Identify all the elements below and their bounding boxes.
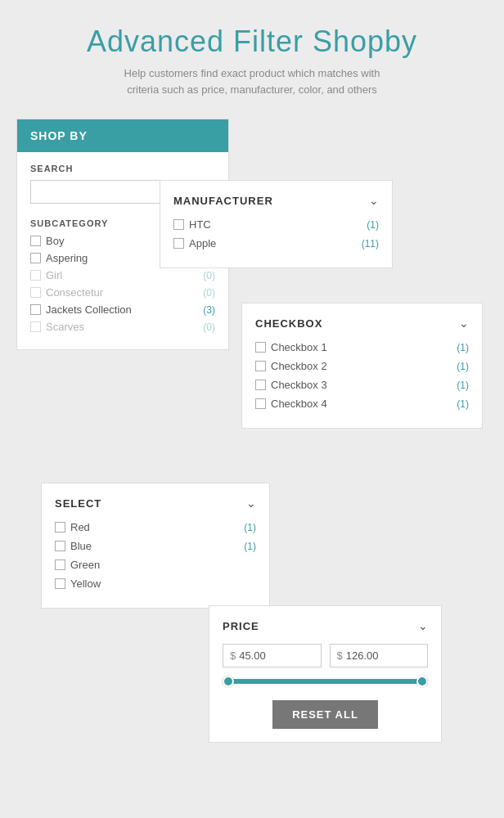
checkbox-blue[interactable] bbox=[55, 541, 65, 551]
shopby-label: SHOP BY bbox=[30, 129, 88, 142]
subcategory-jackets-count: (3) bbox=[203, 304, 215, 316]
list-item: Green bbox=[55, 559, 256, 571]
range-handle-right[interactable] bbox=[416, 676, 428, 687]
checkbox-filter-title: CHECKBOX bbox=[255, 317, 322, 330]
subcategory-girl-count: (0) bbox=[203, 270, 215, 281]
color-blue-label: Blue bbox=[70, 540, 92, 552]
list-item: HTC (1) bbox=[173, 218, 379, 231]
checkbox-aspering[interactable] bbox=[30, 253, 41, 263]
manufacturer-apple-label: Apple bbox=[189, 237, 216, 249]
price-range-slider[interactable] bbox=[223, 679, 428, 684]
color-green-label: Green bbox=[70, 559, 100, 571]
price-filter-header: PRICE ⌄ bbox=[223, 619, 428, 632]
checkbox-filter-card: CHECKBOX ⌄ Checkbox 1 (1) Checkbox 2 (1)… bbox=[241, 303, 483, 429]
header-subtitle: Help customers find exact product which … bbox=[16, 65, 488, 97]
manufacturer-title: MANUFACTURER bbox=[173, 195, 273, 207]
cb2-count: (1) bbox=[457, 361, 469, 372]
price-filter-card: PRICE ⌄ $ $ RESET ALL bbox=[209, 605, 442, 743]
list-item: Checkbox 1 (1) bbox=[255, 341, 469, 353]
page-container: Advanced Filter Shopby Help customers fi… bbox=[0, 0, 504, 818]
range-track bbox=[223, 679, 428, 684]
cb1-count: (1) bbox=[457, 342, 469, 353]
list-item: Checkbox 2 (1) bbox=[255, 360, 469, 372]
subcategory-consectetur-label: Consectetur bbox=[46, 286, 103, 299]
price-min-currency: $ bbox=[230, 649, 236, 662]
list-item: Blue (1) bbox=[55, 540, 256, 552]
manufacturer-apple-count: (11) bbox=[362, 238, 379, 249]
chevron-down-icon: ⌄ bbox=[459, 317, 469, 330]
subcategory-scarves-count: (0) bbox=[203, 321, 215, 333]
subcategory-consectetur-count: (0) bbox=[203, 287, 215, 299]
manufacturer-htc-label: HTC bbox=[189, 218, 211, 231]
color-red-label: Red bbox=[70, 521, 90, 533]
subcategory-scarves-label: Scarves bbox=[46, 321, 84, 333]
list-item: Checkbox 3 (1) bbox=[255, 379, 469, 391]
manufacturer-htc-count: (1) bbox=[367, 219, 379, 231]
checkbox-scarves[interactable] bbox=[30, 321, 41, 332]
checkbox-consectetur[interactable] bbox=[30, 287, 41, 298]
cb4-count: (1) bbox=[457, 398, 469, 410]
shopby-header: SHOP BY bbox=[17, 119, 228, 152]
checkbox-boy[interactable] bbox=[30, 236, 41, 246]
checkbox-cb1[interactable] bbox=[255, 342, 266, 353]
list-item: Apple (11) bbox=[173, 237, 379, 249]
color-red-count: (1) bbox=[244, 522, 256, 533]
range-handle-left[interactable] bbox=[223, 676, 234, 687]
checkbox-red[interactable] bbox=[55, 522, 65, 533]
search-label: SEARCH bbox=[30, 164, 215, 173]
checkbox-girl[interactable] bbox=[30, 270, 41, 281]
manufacturer-card: MANUFACTURER ⌄ HTC (1) Apple (11) bbox=[160, 180, 393, 268]
cb4-label: Checkbox 4 bbox=[271, 398, 327, 410]
checkbox-cb4[interactable] bbox=[255, 398, 266, 409]
subcategory-boy-label: Boy bbox=[46, 235, 64, 247]
subcategory-aspering-label: Aspering bbox=[46, 252, 88, 264]
cb3-label: Checkbox 3 bbox=[271, 379, 327, 391]
subcategory-girl-label: Girl bbox=[46, 269, 62, 281]
price-max-wrap: $ bbox=[330, 644, 429, 667]
select-filter-card: SELECT ⌄ Red (1) Blue (1) Green bbox=[41, 483, 270, 609]
price-min-input[interactable] bbox=[239, 649, 313, 662]
reset-all-button[interactable]: RESET ALL bbox=[272, 700, 378, 729]
subcategory-jackets-label: Jackets Collection bbox=[46, 303, 132, 316]
checkbox-yellow[interactable] bbox=[55, 578, 65, 589]
checkbox-cb3[interactable] bbox=[255, 380, 266, 390]
list-item: Yellow bbox=[55, 578, 256, 590]
price-inputs: $ $ bbox=[223, 644, 428, 667]
checkbox-apple[interactable] bbox=[173, 238, 184, 249]
select-filter-header: SELECT ⌄ bbox=[55, 497, 256, 510]
price-filter-title: PRICE bbox=[223, 620, 259, 632]
price-max-currency: $ bbox=[337, 649, 343, 662]
cb3-count: (1) bbox=[457, 380, 469, 391]
chevron-down-icon: ⌄ bbox=[246, 497, 256, 510]
color-yellow-label: Yellow bbox=[70, 578, 101, 590]
list-item: Checkbox 4 (1) bbox=[255, 398, 469, 410]
cb1-label: Checkbox 1 bbox=[271, 341, 327, 353]
checkbox-green[interactable] bbox=[55, 560, 65, 570]
checkbox-cb2[interactable] bbox=[255, 361, 266, 371]
title-colored: Filter Shopby bbox=[233, 25, 417, 58]
list-item: Jackets Collection (3) bbox=[30, 303, 215, 316]
header-section: Advanced Filter Shopby Help customers fi… bbox=[16, 25, 488, 97]
checkbox-filter-header: CHECKBOX ⌄ bbox=[255, 317, 469, 330]
price-min-wrap: $ bbox=[223, 644, 322, 667]
list-item: Consectetur (0) bbox=[30, 286, 215, 299]
title-plain: Advanced bbox=[87, 25, 224, 58]
list-item: Red (1) bbox=[55, 521, 256, 533]
list-item: Girl (0) bbox=[30, 269, 215, 281]
cb2-label: Checkbox 2 bbox=[271, 360, 327, 372]
chevron-down-icon: ⌄ bbox=[369, 194, 379, 207]
price-max-input[interactable] bbox=[346, 649, 421, 662]
list-item: Scarves (0) bbox=[30, 321, 215, 333]
manufacturer-header: MANUFACTURER ⌄ bbox=[173, 194, 379, 207]
color-blue-count: (1) bbox=[244, 541, 256, 552]
checkbox-htc[interactable] bbox=[173, 219, 184, 230]
select-filter-title: SELECT bbox=[55, 497, 101, 510]
page-title: Advanced Filter Shopby bbox=[16, 25, 488, 59]
checkbox-jackets[interactable] bbox=[30, 304, 41, 315]
chevron-down-icon: ⌄ bbox=[418, 619, 428, 632]
